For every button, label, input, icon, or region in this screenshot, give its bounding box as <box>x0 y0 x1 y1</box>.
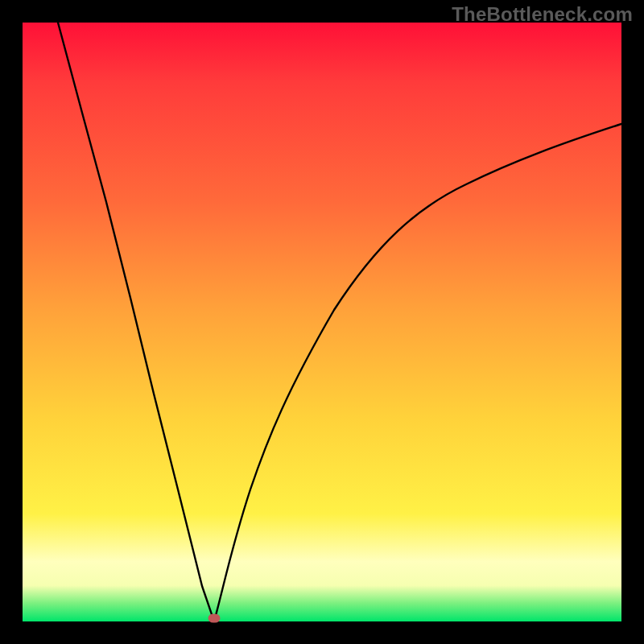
plot-area <box>23 23 621 621</box>
chart-frame: TheBottleneck.com <box>0 0 644 644</box>
curve-left-branch <box>58 23 214 621</box>
curve-right-branch <box>214 124 621 621</box>
minimum-marker <box>208 614 221 623</box>
curve-svg <box>23 23 621 621</box>
